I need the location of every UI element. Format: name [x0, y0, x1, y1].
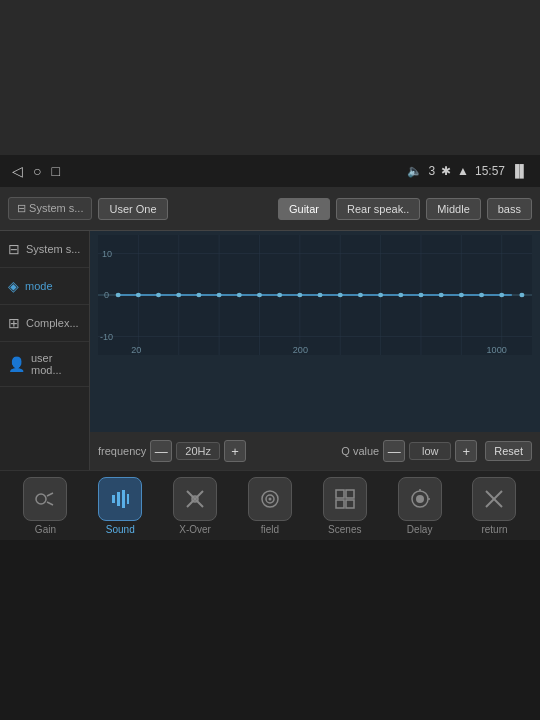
- svg-point-23: [176, 293, 181, 298]
- xover-icon-box[interactable]: [173, 477, 217, 521]
- preset-rear-speak[interactable]: Rear speak..: [336, 198, 420, 220]
- svg-point-26: [237, 293, 242, 298]
- sidebar-system-label: System s...: [26, 243, 80, 255]
- freq-minus-button[interactable]: —: [150, 440, 172, 462]
- preset-bass[interactable]: bass: [487, 198, 532, 220]
- sound-icon: [108, 487, 132, 511]
- svg-text:200: 200: [293, 346, 308, 355]
- scenes-icon: [333, 487, 357, 511]
- svg-rect-45: [127, 494, 129, 504]
- svg-point-39: [499, 293, 504, 298]
- eq-svg[interactable]: 10 0 -10 20 200 1000: [98, 235, 532, 355]
- xover-icon: [183, 487, 207, 511]
- preset-guitar[interactable]: Guitar: [278, 198, 330, 220]
- nav-buttons: ◁ ○ □: [12, 163, 60, 179]
- tool-return[interactable]: return: [464, 477, 524, 535]
- back-button[interactable]: ◁: [12, 163, 23, 179]
- freq-plus-button[interactable]: +: [224, 440, 246, 462]
- delay-label: Delay: [407, 524, 433, 535]
- sound-label: Sound: [106, 524, 135, 535]
- home-button[interactable]: ○: [33, 163, 41, 179]
- tool-sound[interactable]: Sound: [90, 477, 150, 535]
- svg-point-55: [416, 495, 424, 503]
- tool-xover[interactable]: X-Over: [165, 477, 225, 535]
- svg-point-34: [398, 293, 403, 298]
- svg-text:-10: -10: [100, 333, 113, 343]
- svg-text:1000: 1000: [487, 346, 507, 355]
- svg-point-33: [378, 293, 383, 298]
- svg-rect-52: [336, 500, 344, 508]
- svg-rect-44: [122, 490, 125, 508]
- svg-rect-53: [346, 500, 354, 508]
- field-icon-box[interactable]: [248, 477, 292, 521]
- svg-point-35: [418, 293, 423, 298]
- eq-chart[interactable]: 10 0 -10 20 200 1000: [90, 231, 540, 432]
- svg-point-31: [338, 293, 343, 298]
- svg-rect-51: [346, 490, 354, 498]
- volume-icon: 🔈: [407, 164, 422, 178]
- recent-button[interactable]: □: [51, 163, 59, 179]
- bottom-toolbar: Gain Sound X-Over: [0, 470, 540, 540]
- complex-icon: ⊞: [8, 315, 20, 331]
- top-space: [0, 0, 540, 155]
- system-button[interactable]: ⊟ System s...: [8, 197, 92, 220]
- xover-label: X-Over: [179, 524, 211, 535]
- svg-point-22: [156, 293, 161, 298]
- svg-point-49: [268, 497, 271, 500]
- q-minus-button[interactable]: —: [383, 440, 405, 462]
- freq-controls: frequency — 20Hz + Q value — low + Reset: [90, 432, 540, 470]
- svg-point-40: [519, 293, 524, 298]
- system-icon: ⊟: [17, 202, 26, 214]
- tool-delay[interactable]: Delay: [390, 477, 450, 535]
- wifi-icon: ▲: [457, 164, 469, 178]
- return-icon: [482, 487, 506, 511]
- svg-point-38: [479, 293, 484, 298]
- q-value: low: [409, 442, 451, 460]
- return-label: return: [481, 524, 507, 535]
- sound-icon-box[interactable]: [98, 477, 142, 521]
- svg-text:0: 0: [104, 290, 109, 300]
- gain-icon-box[interactable]: [23, 477, 67, 521]
- system-label: System s...: [29, 202, 83, 214]
- sidebar-item-user-mod[interactable]: 👤 user mod...: [0, 342, 89, 387]
- preset-user-one[interactable]: User One: [98, 198, 167, 220]
- svg-point-41: [36, 494, 46, 504]
- clock: 15:57: [475, 164, 505, 178]
- app-container: ⊟ System s... User One Guitar Rear speak…: [0, 187, 540, 540]
- scenes-label: Scenes: [328, 524, 361, 535]
- main-content: ⊟ System s... ◈ mode ⊞ Complex... 👤 user…: [0, 231, 540, 470]
- gain-icon: [33, 487, 57, 511]
- sidebar-item-complex[interactable]: ⊞ Complex...: [0, 305, 89, 342]
- preset-middle[interactable]: Middle: [426, 198, 480, 220]
- mode-icon: ◈: [8, 278, 19, 294]
- sidebar-item-system[interactable]: ⊟ System s...: [0, 231, 89, 268]
- svg-text:10: 10: [102, 250, 112, 260]
- delay-icon-box[interactable]: [398, 477, 442, 521]
- svg-point-27: [257, 293, 262, 298]
- frequency-label: frequency: [98, 445, 146, 457]
- sidebar-item-mode[interactable]: ◈ mode: [0, 268, 89, 305]
- svg-text:20: 20: [131, 346, 141, 355]
- delay-icon: [408, 487, 432, 511]
- tool-gain[interactable]: Gain: [15, 477, 75, 535]
- eq-area: 10 0 -10 20 200 1000: [90, 231, 540, 470]
- svg-rect-42: [112, 495, 115, 503]
- status-right: 🔈 3 ✱ ▲ 15:57 ▐▌: [407, 164, 528, 178]
- bluetooth-icon: ✱: [441, 164, 451, 178]
- sidebar-user-mod-label: user mod...: [31, 352, 81, 376]
- tool-field[interactable]: field: [240, 477, 300, 535]
- svg-rect-50: [336, 490, 344, 498]
- volume-level: 3: [428, 164, 435, 178]
- tool-scenes[interactable]: Scenes: [315, 477, 375, 535]
- svg-rect-43: [117, 492, 120, 506]
- svg-point-24: [196, 293, 201, 298]
- bottom-space: [0, 540, 540, 720]
- user-mod-icon: 👤: [8, 356, 25, 372]
- scenes-icon-box[interactable]: [323, 477, 367, 521]
- system-icon: ⊟: [8, 241, 20, 257]
- q-plus-button[interactable]: +: [455, 440, 477, 462]
- reset-button[interactable]: Reset: [485, 441, 532, 461]
- return-icon-box[interactable]: [472, 477, 516, 521]
- svg-point-21: [136, 293, 141, 298]
- svg-point-29: [297, 293, 302, 298]
